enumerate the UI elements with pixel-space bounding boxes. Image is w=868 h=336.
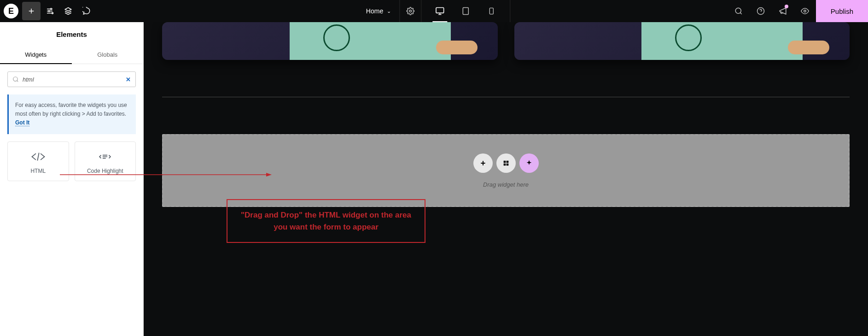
top-bar: E Home ⌄ [0, 0, 868, 22]
tablet-device-button[interactable] [453, 0, 478, 22]
add-section-button[interactable] [473, 153, 493, 173]
add-widget-button[interactable] [22, 2, 41, 20]
chevron-down-icon: ⌄ [387, 8, 391, 14]
hero-card-right[interactable] [514, 22, 850, 60]
tip-text: For easy access, favorite the widgets yo… [15, 102, 127, 117]
widget-label: HTML [30, 168, 46, 174]
widget-label: Code Highlight [87, 168, 123, 174]
topbar-right: Publish [728, 0, 868, 22]
ai-button[interactable] [519, 153, 539, 173]
svg-rect-4 [436, 8, 444, 13]
hero-images-row [162, 22, 850, 60]
widget-drop-zone[interactable]: Drag widget here [162, 134, 850, 207]
device-switcher [421, 0, 510, 22]
main-wrap: Elements Widgets Globals ✕ For easy acce… [0, 22, 868, 336]
got-it-link[interactable]: Got It [15, 119, 29, 126]
favorites-tip: For easy access, favorite the widgets yo… [7, 94, 136, 134]
widget-code-highlight[interactable]: Code Highlight [75, 141, 136, 181]
tab-widgets[interactable]: Widgets [0, 46, 72, 64]
divider-line [162, 97, 850, 97]
comment-icon[interactable] [77, 2, 96, 20]
widget-html[interactable]: HTML [7, 141, 69, 181]
elements-sidebar: Elements Widgets Globals ✕ For easy acce… [0, 22, 144, 336]
page-selector[interactable]: Home ⌄ [358, 0, 399, 22]
page-name: Home [366, 7, 383, 15]
svg-rect-6 [489, 8, 493, 14]
widgets-grid: HTML Code Highlight [0, 141, 143, 181]
hero-card-left[interactable] [162, 22, 498, 60]
svg-point-0 [51, 8, 52, 10]
topbar-center: Home ⌄ [358, 0, 510, 22]
svg-point-3 [409, 10, 412, 12]
notification-dot [785, 5, 788, 8]
sidebar-tabs: Widgets Globals [0, 46, 143, 64]
page-settings-button[interactable] [399, 0, 421, 22]
sidebar-title: Elements [0, 22, 143, 46]
code-icon [30, 150, 46, 163]
search-icon [12, 76, 19, 83]
search-wrap: ✕ [0, 64, 143, 94]
svg-point-10 [13, 77, 17, 81]
annotation-text: "Drag and Drop" the HTML widget on the a… [236, 209, 416, 233]
svg-point-7 [735, 8, 741, 13]
svg-point-1 [48, 11, 50, 12]
svg-point-9 [804, 10, 806, 12]
publish-button[interactable]: Publish [816, 0, 868, 22]
canvas-area[interactable]: Drag widget here [144, 22, 868, 336]
drop-zone-actions [473, 153, 539, 173]
drop-zone-hint: Drag widget here [483, 181, 529, 188]
tab-globals[interactable]: Globals [72, 46, 144, 64]
code-block-icon [97, 150, 113, 163]
preview-icon[interactable] [794, 0, 816, 22]
annotation-callout: "Drag and Drop" the HTML widget on the a… [227, 199, 425, 243]
template-library-button[interactable] [496, 153, 516, 173]
clear-search-icon[interactable]: ✕ [126, 76, 131, 83]
settings-sliders-icon[interactable] [41, 2, 59, 20]
elementor-logo[interactable]: E [4, 4, 18, 18]
help-icon[interactable] [750, 0, 772, 22]
widget-search-input[interactable] [19, 76, 126, 83]
layers-icon[interactable] [59, 2, 77, 20]
desktop-device-button[interactable] [427, 0, 453, 22]
search-icon[interactable] [728, 0, 750, 22]
announcement-icon[interactable] [772, 0, 794, 22]
mobile-device-button[interactable] [478, 0, 504, 22]
topbar-left: E [0, 2, 96, 20]
search-box: ✕ [7, 71, 136, 87]
